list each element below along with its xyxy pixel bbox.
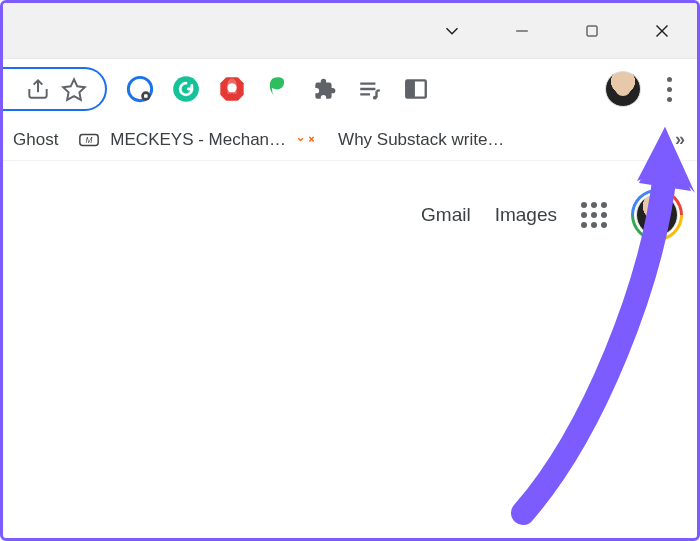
minimize-button[interactable]	[487, 3, 557, 59]
bookmark-item-substack[interactable]: Why Substack write…	[302, 129, 508, 151]
google-account-avatar	[636, 194, 678, 236]
chrome-window: Ghost M MECKEYS - Mechan… Why Substack w…	[0, 0, 700, 541]
browser-toolbar	[3, 59, 697, 119]
bookmark-label: Ghost	[13, 130, 58, 150]
titlebar	[3, 3, 697, 59]
extensions-puzzle-icon[interactable]	[307, 72, 341, 106]
tab-dropdown-button[interactable]	[417, 3, 487, 59]
svg-point-15	[373, 96, 377, 100]
cookie-autodelete-icon[interactable]	[123, 72, 157, 106]
svg-rect-8	[144, 94, 148, 98]
svg-point-11	[227, 83, 236, 92]
page-content: Gmail Images	[3, 161, 697, 538]
adblock-icon[interactable]	[215, 72, 249, 106]
bookmarks-bar: Ghost M MECKEYS - Mechan… Why Substack w…	[3, 119, 697, 161]
gmail-link[interactable]: Gmail	[421, 204, 471, 226]
chrome-menu-button[interactable]	[653, 65, 685, 113]
extensions-row	[123, 72, 433, 106]
bookmark-label: MECKEYS - Mechan…	[110, 130, 286, 150]
omnibox-actions	[3, 67, 107, 111]
bookmarks-overflow-button[interactable]: »	[675, 129, 685, 150]
svg-point-9	[173, 76, 199, 102]
close-button[interactable]	[627, 3, 697, 59]
share-icon[interactable]	[25, 76, 51, 102]
playlist-icon[interactable]	[353, 72, 387, 106]
profile-avatar[interactable]	[605, 71, 641, 107]
side-panel-icon[interactable]	[399, 72, 433, 106]
svg-rect-17	[406, 80, 415, 97]
maximize-button[interactable]	[557, 3, 627, 59]
google-top-links: Gmail Images	[421, 189, 683, 241]
bookmark-item-meckeys[interactable]: M MECKEYS - Mechan…	[74, 129, 290, 151]
svg-marker-5	[63, 79, 85, 100]
meckeys-favicon-icon: M	[78, 129, 100, 151]
images-link[interactable]: Images	[495, 204, 557, 226]
svg-text:M: M	[86, 135, 93, 144]
bookmark-label: Why Substack write…	[338, 130, 504, 150]
grammarly-icon[interactable]	[169, 72, 203, 106]
google-apps-icon[interactable]	[581, 202, 607, 228]
bookmark-item-ghost[interactable]: Ghost	[9, 130, 62, 150]
evernote-icon[interactable]	[261, 72, 295, 106]
substack-favicon-icon	[306, 129, 328, 151]
bookmark-star-icon[interactable]	[61, 76, 87, 102]
google-account-button[interactable]	[631, 189, 683, 241]
svg-rect-1	[587, 26, 597, 36]
